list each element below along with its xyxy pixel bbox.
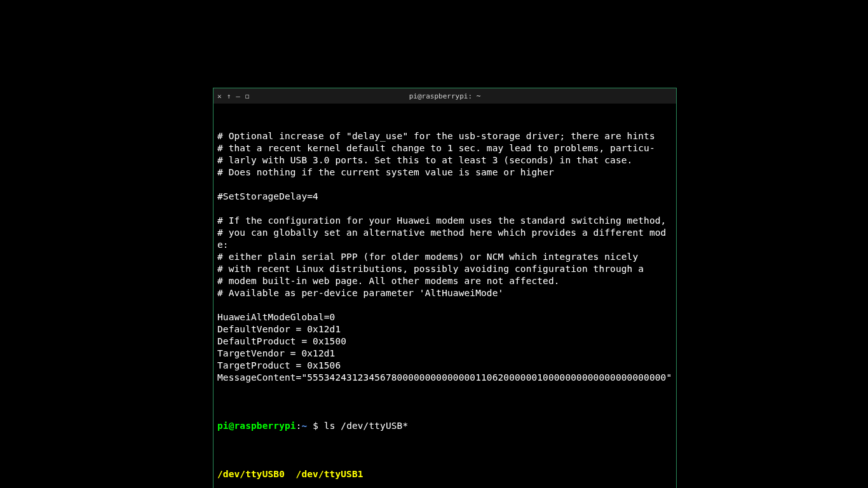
ls-output: /dev/ttyUSB0 /dev/ttyUSB1 <box>217 468 672 480</box>
output-line: # Available as per-device parameter 'Alt… <box>217 287 672 299</box>
output-line: # larly with USB 3.0 ports. Set this to … <box>217 154 672 166</box>
close-icon[interactable]: ✕ <box>217 93 222 100</box>
maximize-icon[interactable]: ◻ <box>245 93 250 100</box>
output-line: HuaweiAltModeGlobal=0 <box>217 311 672 323</box>
titlebar-buttons: ✕ ↑ — ◻ <box>217 93 250 100</box>
output-line: MessageContent="555342431234567800000000… <box>217 372 672 384</box>
up-icon[interactable]: ↑ <box>227 93 231 100</box>
titlebar[interactable]: ✕ ↑ — ◻ pi@raspberrypi: ~ <box>214 88 676 104</box>
output-line: # that a recent kernel default change to… <box>217 142 672 154</box>
window-title: pi@raspberrypi: ~ <box>214 92 676 100</box>
output-line: # either plain serial PPP (for older mod… <box>217 251 672 263</box>
output-line: DefaultVendor = 0x12d1 <box>217 323 672 336</box>
output-line: DefaultProduct = 0x1500 <box>217 336 672 348</box>
prompt-user: pi@raspberrypi <box>217 421 296 431</box>
config-file-output: # Optional increase of "delay_use" for t… <box>217 130 672 384</box>
prompt-line-1: pi@raspberrypi:~ $ ls /dev/ttyUSB* <box>217 420 672 432</box>
prompt-cwd: ~ <box>301 421 307 431</box>
prompt-dollar: $ <box>307 421 324 431</box>
command-1: ls /dev/ttyUSB* <box>324 421 408 431</box>
minimize-icon[interactable]: — <box>236 93 240 100</box>
terminal-window: ✕ ↑ — ◻ pi@raspberrypi: ~ # Optional inc… <box>213 88 677 488</box>
output-line: # Optional increase of "delay_use" for t… <box>217 130 672 142</box>
output-line <box>217 179 672 191</box>
terminal-body[interactable]: # Optional increase of "delay_use" for t… <box>214 104 676 488</box>
output-line: #SetStorageDelay=4 <box>217 191 672 203</box>
output-line <box>217 203 672 215</box>
output-line: # you can globally set an alternative me… <box>217 227 672 251</box>
output-line: # If the configuration for your Huawei m… <box>217 215 672 227</box>
output-line: # with recent Linux distributions, possi… <box>217 263 672 275</box>
output-line <box>217 299 672 311</box>
output-line: TargetProduct = 0x1506 <box>217 360 672 372</box>
output-line: TargetVendor = 0x12d1 <box>217 348 672 360</box>
output-line: # Does nothing if the current system val… <box>217 166 672 179</box>
output-line: # modem built-in web page. All other mod… <box>217 275 672 287</box>
